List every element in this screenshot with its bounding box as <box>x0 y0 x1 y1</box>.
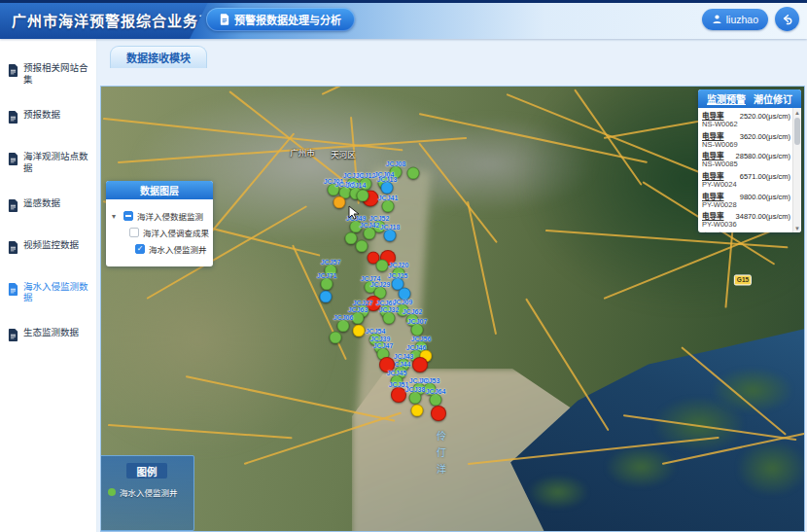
user-button[interactable]: liuzhao <box>702 9 768 30</box>
station-code: NS-W0062 <box>702 121 790 129</box>
tab-label: 预警报数据处理与分析 <box>234 12 341 27</box>
map-marker[interactable] <box>357 190 369 202</box>
scroll-up-icon[interactable]: ▲ <box>793 108 801 117</box>
map-marker[interactable] <box>379 357 395 372</box>
sidebar-item-3[interactable]: 遥感数据 <box>0 192 96 222</box>
user-icon <box>712 14 722 24</box>
map-marker[interactable]: JCJ18 <box>384 230 397 242</box>
param-link[interactable]: 电导率 <box>702 231 724 232</box>
map-place-label: 广州市 <box>290 146 315 158</box>
tree-caret-icon[interactable]: ▾ <box>112 212 120 221</box>
layer-label[interactable]: 海洋入侵调查成果 <box>143 227 209 238</box>
station-code: NS-W0069 <box>702 141 790 150</box>
map-marker[interactable]: JCJ42 <box>364 228 376 240</box>
map-marker[interactable] <box>320 291 333 303</box>
sidebar-item-0[interactable]: 预报相关网站合集 <box>0 56 96 91</box>
app-window: 广州市海洋预警报综合业务系统 预警报数据处理与分析 liuzhao 预报相关网站… <box>0 0 807 532</box>
map-road <box>662 433 805 465</box>
legend-item-label: 海水入侵监测井 <box>120 486 178 498</box>
sidebar-item-label: 视频监控数据 <box>23 239 79 251</box>
map-terrain-island <box>655 398 743 451</box>
map-marker[interactable]: JCJ32 <box>383 312 396 325</box>
map-marker[interactable] <box>411 405 424 417</box>
map-terrain-sea <box>488 276 805 532</box>
sidebar-item-6[interactable]: 生态监测数据 <box>0 321 96 351</box>
map-marker[interactable]: JCJ64 <box>430 394 442 407</box>
sidebar-item-label: 预报相关网站合集 <box>23 62 92 86</box>
map-marker[interactable]: JCJ71 <box>321 278 333 291</box>
map-marker[interactable] <box>356 240 368 253</box>
station-code: NS-W0085 <box>702 160 790 169</box>
station-code: PY-W0024 <box>702 181 790 190</box>
map-marker-label: JCJ49 <box>346 215 367 222</box>
tab-data-receiving-module[interactable]: 数据接收模块 <box>110 46 207 68</box>
map-marker[interactable] <box>333 196 346 209</box>
map-marker[interactable]: JCJ45 <box>391 375 404 388</box>
document-icon <box>8 198 18 216</box>
map-terrain-island <box>714 369 791 412</box>
layer-checkbox[interactable] <box>123 211 133 221</box>
tab-warning-data-processing[interactable]: 预警报数据处理与分析 <box>206 8 355 31</box>
legend-item: 海水入侵监测井 <box>100 486 193 498</box>
map-marker[interactable] <box>353 325 366 337</box>
map-road <box>228 90 352 188</box>
scrollbar-thumb[interactable] <box>794 118 800 145</box>
sidebar-item-2[interactable]: 海洋观测站点数据 <box>0 145 96 180</box>
map-marker[interactable] <box>330 332 342 344</box>
map-marker-label: JCJ01 <box>324 178 344 185</box>
map-marker[interactable]: JCJ51 <box>391 387 406 403</box>
sidebar-item-5[interactable]: 海水入侵监测数据 <box>0 275 96 310</box>
monitor-tab-0[interactable]: 监测预警 <box>707 91 746 106</box>
map-marker-label: JCJ57 <box>321 259 341 266</box>
map-marker[interactable]: JCJ07 <box>411 324 424 337</box>
monitor-tab-1[interactable]: 潮位修订 <box>754 91 792 106</box>
back-button[interactable] <box>775 7 799 31</box>
legend-marker-dot <box>108 488 116 496</box>
map-marker[interactable] <box>431 406 446 421</box>
scroll-down-icon[interactable]: ▼ <box>793 224 801 232</box>
param-link[interactable]: 电导率 <box>702 191 724 201</box>
map-marker[interactable]: JCJ13 <box>381 182 394 195</box>
document-icon <box>8 152 18 169</box>
map-marker[interactable] <box>399 288 411 301</box>
sidebar-item-1[interactable]: 预报数据 <box>0 103 96 133</box>
sidebar-item-label: 预报数据 <box>23 109 60 121</box>
map-marker[interactable] <box>412 357 428 372</box>
layer-checkbox[interactable] <box>135 244 145 254</box>
map-marker[interactable]: JCJ41 <box>382 200 395 213</box>
map-marker[interactable]: JCJ57 <box>325 265 337 277</box>
monitor-row-line1: 电导率9800.00(μs/cm) <box>702 191 790 201</box>
layer-tree-row-2: 海水入侵监测井 <box>112 243 209 255</box>
map-marker-label: JCJ74 <box>361 275 381 282</box>
monitor-warning-panel: 监测预警潮位修订 电导率2520.00(μs/cm)NS-W0062电导率362… <box>698 89 801 232</box>
monitor-row: 电导率34870.00(μs/cm)PY-W0036 <box>702 210 790 230</box>
map-marker[interactable] <box>376 260 389 272</box>
map-marker-label: JCJ06 <box>333 314 354 321</box>
monitor-row: 电导率9800.00(μs/cm)PY-W0028 <box>702 191 790 210</box>
map-marker[interactable]: JCJ08 <box>390 166 403 179</box>
map-marker[interactable] <box>407 167 420 180</box>
map-marker[interactable]: JCJ63 <box>352 312 365 325</box>
map-marker[interactable]: JCJ06 <box>337 320 350 333</box>
data-layers-panel: 数据图层 ▾海洋入侵数据监测海洋入侵调查成果海水入侵监测井 <box>106 181 213 266</box>
legend-panel: 图例 海水入侵监测井 <box>100 455 194 531</box>
layer-checkbox[interactable] <box>129 228 139 237</box>
sidebar: 预报相关网站合集预报数据海洋观测站点数据遥感数据视频监控数据海水入侵监测数据生态… <box>0 39 97 532</box>
map-road <box>118 137 467 163</box>
map-road <box>103 118 404 151</box>
monitor-scrollbar[interactable]: ▲ ▼ <box>792 108 801 232</box>
map-marker[interactable]: JCJ38 <box>409 392 422 405</box>
document-icon <box>220 14 229 25</box>
map-road <box>623 414 797 441</box>
layer-label[interactable]: 海洋入侵数据监测 <box>137 210 203 222</box>
monitor-row: 电导率3620.00(μs/cm)NS-W0069 <box>702 130 790 150</box>
map-road <box>468 437 719 465</box>
param-link[interactable]: 电导率 <box>702 130 724 141</box>
map-marker[interactable]: JCJ01 <box>328 184 340 196</box>
map-road <box>681 346 787 436</box>
map-marker-label: JCJ52 <box>369 215 390 222</box>
layer-label[interactable]: 海水入侵监测井 <box>149 243 207 255</box>
sidebar-item-4[interactable]: 视频监控数据 <box>0 233 96 264</box>
map-canvas[interactable]: 广州市天河区伶仃洋G15 JCJ08JCJ10JCJ12JCJ04JCJ01JC… <box>100 86 805 532</box>
layer-tree-row-0: ▾海洋入侵数据监测 <box>112 210 209 222</box>
